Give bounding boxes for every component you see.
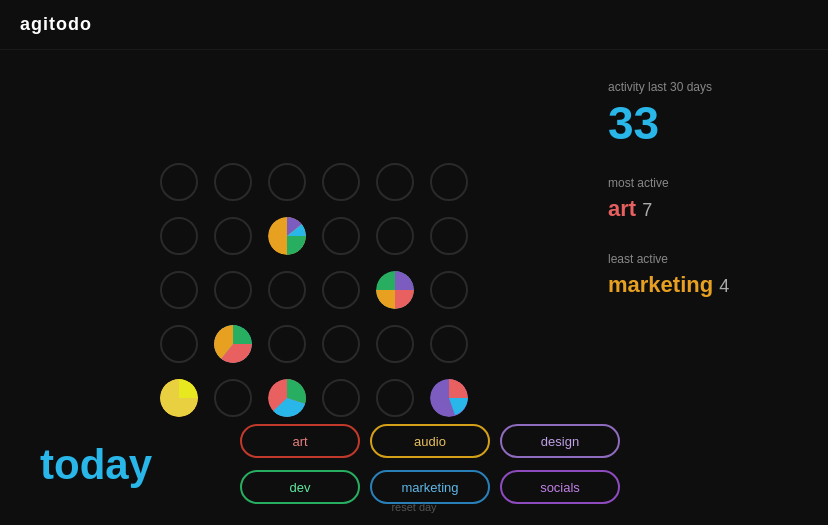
dot-empty (376, 163, 414, 201)
logo: agitodo (20, 14, 92, 34)
most-active-category: art (608, 196, 636, 222)
dot-cell (152, 155, 206, 209)
dot-cell (260, 263, 314, 317)
dot-grid (152, 155, 476, 425)
dot-cell (314, 263, 368, 317)
dot-cell (260, 317, 314, 371)
activity-count: 33 (608, 100, 798, 146)
dot-cell (314, 317, 368, 371)
dot-cell (422, 263, 476, 317)
tag-buttons: art audio design dev marketing socials (240, 424, 620, 506)
dot-empty (430, 163, 468, 201)
dot-cell (422, 209, 476, 263)
dot-cell (152, 263, 206, 317)
dot-pie (268, 217, 306, 255)
dot-empty (160, 325, 198, 363)
dot-empty (214, 271, 252, 309)
activity-label: activity last 30 days (608, 80, 798, 94)
dot-cell (314, 155, 368, 209)
today-label: today (40, 441, 200, 489)
least-active-category: marketing (608, 272, 713, 298)
most-active-stat: most active art 7 (608, 176, 798, 222)
dot-cell (260, 155, 314, 209)
least-active-stat: least active marketing 4 (608, 252, 798, 298)
dot-cell (368, 317, 422, 371)
dot-empty (430, 271, 468, 309)
dot-empty (160, 217, 198, 255)
reset-day-link[interactable]: reset day (391, 501, 436, 513)
tag-art-button[interactable]: art (240, 424, 360, 458)
dot-cell (206, 209, 260, 263)
dot-empty (376, 217, 414, 255)
least-active-label: least active (608, 252, 798, 266)
dot-empty (214, 163, 252, 201)
dot-cell (206, 155, 260, 209)
dot-cell (260, 209, 314, 263)
tag-audio-button[interactable]: audio (370, 424, 490, 458)
dot-empty (322, 271, 360, 309)
dot-empty (268, 271, 306, 309)
tag-marketing-button[interactable]: marketing (370, 470, 490, 504)
dot-cell (422, 317, 476, 371)
dot-empty (376, 325, 414, 363)
most-active-count: 7 (642, 200, 652, 221)
dot-cell (368, 155, 422, 209)
dot-cell (368, 209, 422, 263)
most-active-label: most active (608, 176, 798, 190)
dot-empty (268, 163, 306, 201)
dot-cell (368, 263, 422, 317)
least-active-count: 4 (719, 276, 729, 297)
dot-empty (322, 163, 360, 201)
dot-pie (376, 271, 414, 309)
dot-empty (160, 271, 198, 309)
tag-design-button[interactable]: design (500, 424, 620, 458)
dot-empty (430, 217, 468, 255)
dot-cell (314, 209, 368, 263)
dot-empty (160, 163, 198, 201)
dot-cell (206, 317, 260, 371)
dot-cell (152, 209, 206, 263)
dot-cell (206, 263, 260, 317)
dot-empty (322, 325, 360, 363)
dot-pie (214, 325, 252, 363)
tag-socials-button[interactable]: socials (500, 470, 620, 504)
least-active-row: marketing 4 (608, 272, 798, 298)
dot-empty (322, 217, 360, 255)
header: agitodo (0, 0, 828, 50)
dot-empty (430, 325, 468, 363)
dot-empty (214, 217, 252, 255)
activity-stat: activity last 30 days 33 (608, 80, 798, 146)
tag-dev-button[interactable]: dev (240, 470, 360, 504)
dot-cell (422, 155, 476, 209)
dot-empty (268, 325, 306, 363)
most-active-row: art 7 (608, 196, 798, 222)
dot-cell (152, 317, 206, 371)
